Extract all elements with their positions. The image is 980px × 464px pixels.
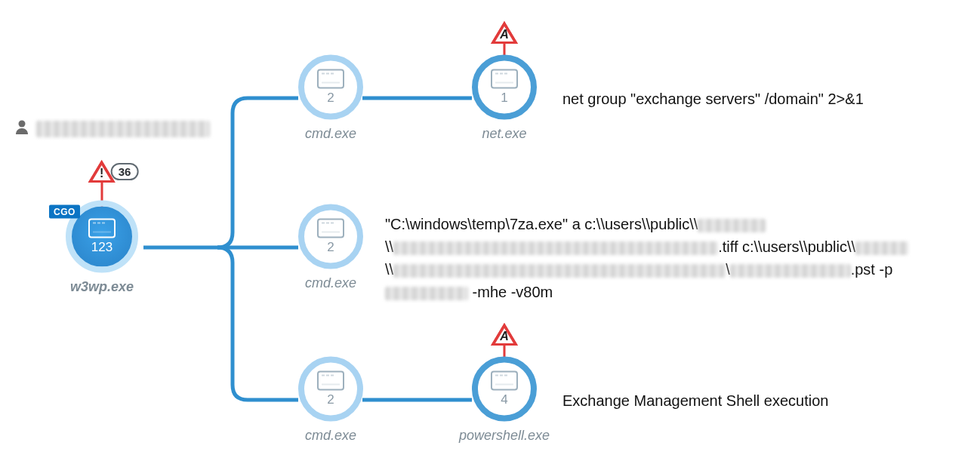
terminal-icon (317, 371, 344, 391)
annotation-2: Exchange Management Shell execution (562, 389, 828, 412)
annot-1-text: \ (726, 261, 730, 278)
terminal-icon (491, 371, 518, 391)
child-0-label: cmd.exe (298, 126, 363, 142)
gc-2-count: 4 (501, 392, 507, 407)
user-name-redacted (36, 121, 210, 137)
gc-0-count: 1 (501, 91, 507, 106)
process-node-child-1[interactable]: 2 cmd.exe (298, 204, 363, 291)
redacted (393, 241, 718, 255)
warning-triangle-icon: A (491, 323, 518, 346)
annot-1-text: .tiff c:\\users\\public\\ (718, 238, 855, 255)
annotation-0: net group "exchange servers" /domain" 2>… (562, 88, 864, 110)
child-1-count: 2 (327, 240, 334, 255)
annotation-1: "C:\windows\temp\7za.exe" a c:\\users\\p… (385, 213, 966, 303)
warning-triangle-icon: A (491, 21, 518, 44)
warning-triangle-icon: ! (88, 160, 116, 183)
child-0-count: 2 (327, 91, 334, 106)
redacted (730, 264, 851, 278)
annot-1-text: .pst -p (851, 261, 893, 278)
process-node-grandchild-2[interactable]: 4 powershell.exe (459, 357, 550, 444)
process-node-child-0[interactable]: 2 cmd.exe (298, 55, 363, 142)
root-event-count: 123 (91, 240, 112, 255)
root-process-name: w3wp.exe (66, 279, 138, 295)
gc-2-alert[interactable]: A (491, 323, 518, 346)
redacted (855, 241, 908, 255)
redacted (698, 219, 766, 232)
redacted (385, 287, 468, 300)
gc-2-label: powershell.exe (459, 428, 550, 444)
user-icon (15, 119, 29, 138)
terminal-icon (317, 219, 344, 238)
terminal-icon (88, 219, 116, 238)
svg-point-2 (19, 121, 26, 128)
gc-0-alert[interactable]: A (491, 21, 518, 44)
terminal-icon (317, 69, 344, 89)
root-alert-badge[interactable]: ! 36 (88, 160, 139, 183)
annot-1-text: "C:\windows\temp\7za.exe" a c:\\users\\p… (385, 216, 698, 232)
child-1-label: cmd.exe (298, 275, 363, 291)
process-node-child-2[interactable]: 2 cmd.exe (298, 357, 363, 444)
gc-0-label: net.exe (472, 126, 537, 142)
process-node-root[interactable]: CGO 123 w3wp.exe (66, 201, 138, 295)
child-2-count: 2 (327, 392, 334, 407)
root-tag: CGO (49, 205, 80, 219)
terminal-icon (491, 69, 518, 89)
annot-1-text: \\ (385, 238, 393, 255)
annot-1-text: \\ (385, 261, 393, 278)
child-2-label: cmd.exe (298, 428, 363, 444)
redacted (393, 264, 726, 278)
process-node-grandchild-0[interactable]: 1 net.exe (472, 55, 537, 142)
annot-1-text: -mhe -v80m (468, 284, 553, 300)
user-identity-row (15, 119, 210, 138)
